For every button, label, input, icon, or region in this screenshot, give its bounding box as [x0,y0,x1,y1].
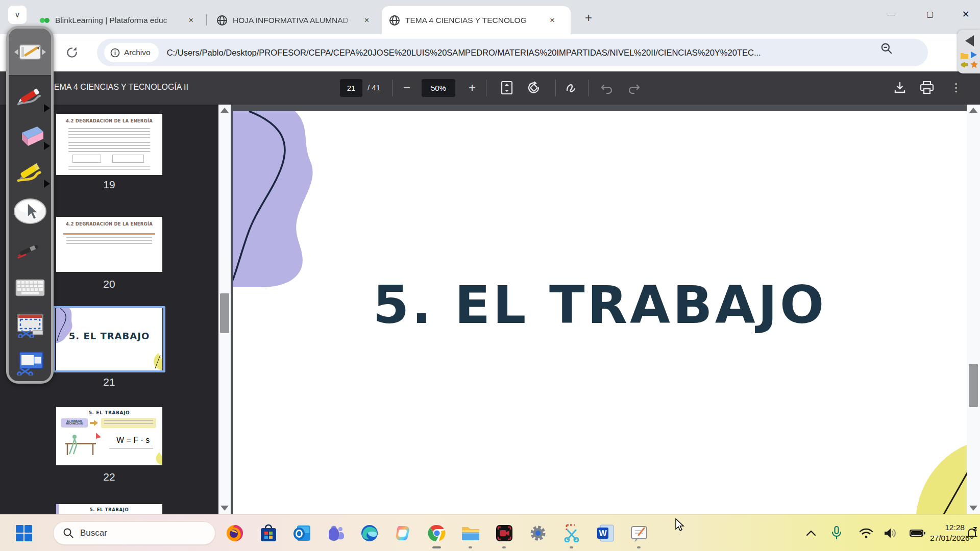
tray-show-hidden-icons[interactable] [801,523,821,543]
folder-icon[interactable] [961,52,968,59]
pointer-tool-selected[interactable] [9,195,51,228]
scroll-down-arrow[interactable] [969,506,977,511]
star-icon[interactable] [970,61,978,68]
taskbar-edge[interactable] [360,523,379,543]
annotate-draw-button[interactable] [565,80,580,95]
more-options-kebab-icon[interactable]: ⋮ [948,80,964,95]
scroll-down-arrow[interactable] [220,506,229,511]
scrollbar-thumb[interactable] [969,364,978,407]
undo-button[interactable] [599,80,615,95]
taskbar-teams[interactable] [326,523,346,543]
eraser-tool[interactable] [9,119,51,152]
open-app-indicator [637,546,641,548]
keyboard-tool[interactable] [9,271,51,304]
print-icon[interactable] [919,80,935,95]
thumb-title: 4.2 DEGRADACIÓN DE LA ENERGÍA [56,221,162,227]
taskbar-chrome[interactable] [427,523,447,543]
taskbar-file-explorer[interactable] [461,523,480,543]
annotation-toolbar [6,26,54,384]
taskbar-word[interactable]: W [596,523,615,543]
url-text[interactable]: C:/Users/Pablo/Desktop/PROFESOR/CEPA/CEP… [167,48,859,58]
thumbnail-number: 22 [56,471,162,483]
thumb-text-line [63,233,155,235]
tab-search-button[interactable]: ∨ [8,6,27,24]
taskbar-snipping-tool[interactable] [562,523,581,543]
scrollbar-thumb[interactable] [220,293,229,333]
thumbnail-page-20[interactable]: 4.2 DEGRADACIÓN DE LA ENERGÍA [56,217,162,272]
taskbar-screen-recorder[interactable] [495,523,514,543]
rotate-button[interactable] [526,80,542,95]
pdf-toolbar: TEMA 4 CIENCIAS Y TECNOLOGÍA II 21 / 41 … [0,71,980,105]
file-protocol-chip[interactable]: Archivo [104,43,159,62]
red-pen-tool[interactable] [9,82,51,114]
tab-hoja-informativa[interactable]: HOJA INFORMATIVA ALUMNAD × [209,6,380,34]
capture-window-tool[interactable] [9,347,51,380]
thumb-text-block [104,420,153,425]
taskbar-firefox[interactable] [225,523,244,543]
notification-bell-icon[interactable] [965,523,979,543]
start-button[interactable] [14,523,34,543]
taskbar-whiteboard[interactable] [629,523,649,543]
fit-page-button[interactable] [499,80,514,95]
zoom-level-value[interactable]: 50% [422,79,455,97]
thumbnail-number: 20 [56,278,162,290]
highlighter-tool[interactable] [9,157,51,190]
reload-icon[interactable] [65,46,79,61]
submenu-arrow-icon[interactable] [44,180,50,188]
redo-button[interactable] [626,80,642,95]
submenu-arrow-icon[interactable] [44,104,50,112]
taskbar-outlook[interactable] [292,523,312,543]
thumbnail-page-21[interactable]: 5. EL TRABAJO [56,308,162,370]
battery-icon[interactable] [908,523,927,543]
formula-box: W = F · s [116,436,150,445]
taskbar-settings[interactable] [528,523,548,543]
thumbnail-page-22[interactable]: 5. EL TRABAJO EL TRABAJO MECÁNICO (W) W … [56,407,162,465]
slide-title: 5. EL TRABAJO [233,274,967,335]
taskbar-copilot[interactable] [394,523,413,543]
address-bar[interactable]: Archivo C:/Users/Pablo/Desktop/PROFESOR/… [97,39,928,66]
speaker-icon[interactable] [881,523,900,543]
taskbar-search[interactable]: Buscar [53,521,215,545]
overlay-panel[interactable] [958,30,980,73]
tab-blinklearning[interactable]: BlinkLearning | Plataforma educ × [32,6,204,34]
search-icon [63,528,74,539]
open-app-indicator [469,546,472,548]
zoom-out-button[interactable]: − [399,80,414,95]
sidebar-scrollbar[interactable] [218,105,231,514]
megaphone-icon[interactable] [961,61,968,68]
scroll-up-arrow[interactable] [220,108,229,113]
page-number-input[interactable]: 21 [340,79,362,97]
laser-pen-tool[interactable] [9,234,51,266]
minimize-button[interactable]: — [877,0,905,28]
microphone-icon[interactable] [827,523,846,543]
play-icon[interactable] [970,51,977,59]
toolbar-drag-handle[interactable] [9,29,51,76]
download-icon[interactable] [892,80,908,95]
globe-favicon [216,15,228,26]
tab-tema4-active[interactable]: TEMA 4 CIENCIAS Y TECNOLOG × [382,6,571,34]
purple-blob-decoration [233,111,322,287]
new-tab-button[interactable]: + [580,9,597,27]
purple-blob-decoration [56,308,75,344]
zoom-out-page-icon[interactable] [880,42,892,54]
close-tab-icon[interactable]: × [546,14,558,27]
main-scrollbar[interactable] [967,105,980,514]
toolbar-divider [555,80,556,96]
capture-area-tool[interactable] [9,309,51,342]
submenu-arrow-icon[interactable] [44,142,50,150]
definition-box [101,418,156,428]
close-tab-icon[interactable]: × [185,14,197,27]
search-placeholder: Buscar [80,528,107,538]
thumbnail-page-19[interactable]: 4.2 DEGRADACIÓN DE LA ENERGÍA [56,114,162,175]
tray-clock[interactable]: 12:28 27/01/2026 [930,522,965,543]
collapse-arrow-icon[interactable] [964,35,975,47]
zoom-in-button[interactable]: + [464,80,480,95]
purple-edge-decoration [56,504,59,514]
thumbnail-page-23-partial[interactable]: 5. EL TRABAJO [56,504,162,514]
wifi-icon[interactable] [856,523,876,543]
scroll-up-arrow[interactable] [969,108,977,113]
close-tab-icon[interactable]: × [361,14,373,27]
close-window-button[interactable]: ✕ [951,0,980,28]
maximize-button[interactable]: ▢ [916,0,944,28]
taskbar-microsoft-store[interactable] [259,523,278,543]
